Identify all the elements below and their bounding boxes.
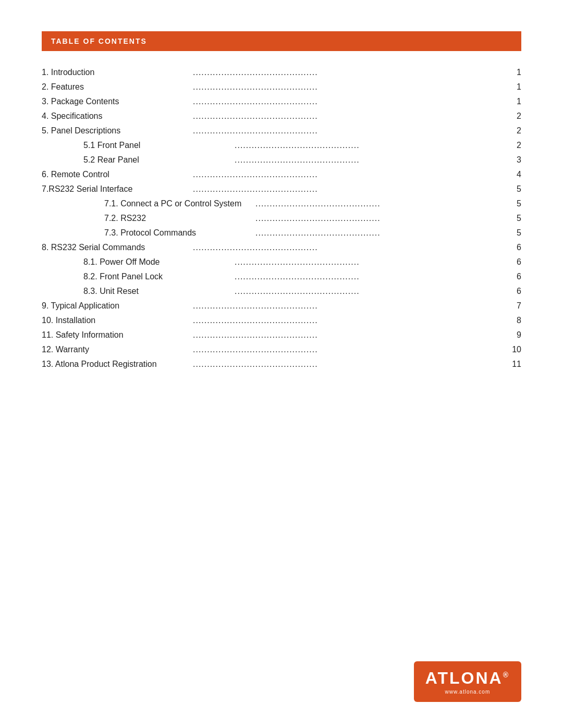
toc-row: 2. Features.............................…: [42, 82, 521, 92]
toc-row: 10. Installation........................…: [42, 316, 521, 325]
toc-row: 7.2. RS232..............................…: [42, 214, 521, 223]
toc-item-label: 2. Features: [42, 82, 188, 92]
toc-item-page: 8: [506, 316, 521, 325]
toc-row: 6. Remote Control.......................…: [42, 170, 521, 179]
toc-item-label: 8.2. Front Panel Lock: [83, 272, 229, 281]
toc-item-dots: ........................................…: [193, 68, 500, 77]
toc-item-dots: ........................................…: [193, 316, 500, 325]
toc-item-page: 2: [506, 141, 521, 150]
toc-item-label: 6. Remote Control: [42, 170, 188, 179]
toc-item-dots: ........................................…: [193, 360, 500, 369]
toc-item-label: 8. RS232 Serial Commands: [42, 243, 188, 252]
atlona-logo: ATLONA® www.atlona.com: [414, 661, 521, 702]
toc-row: 7.3. Protocol Commands..................…: [42, 228, 521, 238]
toc-item-dots: ........................................…: [193, 97, 500, 106]
toc-item-dots: ........................................…: [255, 214, 500, 223]
toc-row: 9. Typical Application..................…: [42, 301, 521, 311]
toc-item-dots: ........................................…: [193, 243, 500, 252]
toc-row: 4. Specifications.......................…: [42, 112, 521, 121]
toc-row: 13. Atlona Product Registration.........…: [42, 360, 521, 369]
toc-row: 5.1 Front Panel.........................…: [42, 141, 521, 150]
toc-item-label: 8.1. Power Off Mode: [83, 257, 229, 267]
toc-row: 8.3. Unit Reset.........................…: [42, 287, 521, 296]
toc-item-label: 5. Panel Descriptions: [42, 126, 188, 135]
toc-item-label: 4. Specifications: [42, 112, 188, 121]
toc-item-page: 3: [506, 155, 521, 165]
toc-item-label: 1. Introduction: [42, 68, 188, 77]
toc-header-text: TABLE OF CONTENTS: [51, 37, 147, 45]
toc-item-label: 3. Package Contents: [42, 97, 188, 106]
toc-item-dots: ........................................…: [193, 330, 500, 340]
toc-row: 8.2. Front Panel Lock...................…: [42, 272, 521, 281]
toc-item-page: 1: [506, 97, 521, 106]
toc-item-dots: ........................................…: [235, 287, 500, 296]
toc-item-page: 6: [506, 287, 521, 296]
toc-item-page: 10: [506, 345, 521, 354]
toc-content: 1. Introduction.........................…: [42, 68, 521, 369]
toc-item-dots: ........................................…: [193, 170, 500, 179]
toc-item-dots: ........................................…: [235, 272, 500, 281]
toc-item-dots: ........................................…: [235, 257, 500, 267]
toc-item-page: 2: [506, 112, 521, 121]
toc-item-label: 9. Typical Application: [42, 301, 188, 311]
toc-row: 7.1. Connect a PC or Control System.....…: [42, 199, 521, 208]
toc-item-page: 2: [506, 126, 521, 135]
toc-row: 8.1. Power Off Mode.....................…: [42, 257, 521, 267]
toc-item-label: 5.1 Front Panel: [83, 141, 229, 150]
toc-item-page: 6: [506, 243, 521, 252]
toc-item-page: 1: [506, 68, 521, 77]
toc-item-label: 7.1. Connect a PC or Control System: [104, 199, 250, 208]
toc-item-dots: ........................................…: [193, 112, 500, 121]
toc-row: 7.RS232 Serial Interface................…: [42, 184, 521, 194]
toc-item-dots: ........................................…: [193, 126, 500, 135]
toc-item-label: 7.RS232 Serial Interface: [42, 184, 188, 194]
page: TABLE OF CONTENTS 1. Introduction.......…: [0, 0, 563, 728]
toc-row: 11. Safety Information..................…: [42, 330, 521, 340]
toc-item-dots: ........................................…: [255, 199, 500, 208]
toc-item-dots: ........................................…: [193, 82, 500, 92]
toc-row: 8. RS232 Serial Commands................…: [42, 243, 521, 252]
toc-row: 5. Panel Descriptions...................…: [42, 126, 521, 135]
toc-item-page: 4: [506, 170, 521, 179]
toc-item-label: 10. Installation: [42, 316, 188, 325]
toc-item-dots: ........................................…: [193, 301, 500, 311]
toc-row: 1. Introduction.........................…: [42, 68, 521, 77]
toc-item-page: 1: [506, 82, 521, 92]
toc-item-page: 5: [506, 184, 521, 194]
toc-item-label: 7.2. RS232: [104, 214, 250, 223]
toc-row: 12. Warranty............................…: [42, 345, 521, 354]
toc-item-label: 5.2 Rear Panel: [83, 155, 229, 165]
registered-mark: ®: [503, 671, 510, 679]
toc-item-label: 11. Safety Information: [42, 330, 188, 340]
toc-item-dots: ........................................…: [235, 155, 500, 165]
toc-item-page: 5: [506, 228, 521, 238]
toc-item-label: 13. Atlona Product Registration: [42, 360, 188, 369]
toc-item-dots: ........................................…: [193, 184, 500, 194]
toc-item-dots: ........................................…: [235, 141, 500, 150]
toc-item-page: 7: [506, 301, 521, 311]
toc-row: 5.2 Rear Panel..........................…: [42, 155, 521, 165]
toc-item-label: 7.3. Protocol Commands: [104, 228, 250, 238]
toc-item-page: 11: [506, 360, 521, 369]
toc-item-page: 6: [506, 257, 521, 267]
toc-row: 3. Package Contents.....................…: [42, 97, 521, 106]
toc-header: TABLE OF CONTENTS: [42, 31, 521, 51]
toc-item-page: 9: [506, 330, 521, 340]
atlona-logo-subtitle: www.atlona.com: [425, 689, 510, 695]
toc-item-dots: ........................................…: [193, 345, 500, 354]
atlona-logo-text: ATLONA®: [425, 669, 510, 688]
toc-item-label: 12. Warranty: [42, 345, 188, 354]
toc-item-page: 5: [506, 214, 521, 223]
toc-item-page: 6: [506, 272, 521, 281]
toc-item-page: 5: [506, 199, 521, 208]
toc-item-dots: ........................................…: [255, 228, 500, 238]
toc-item-label: 8.3. Unit Reset: [83, 287, 229, 296]
